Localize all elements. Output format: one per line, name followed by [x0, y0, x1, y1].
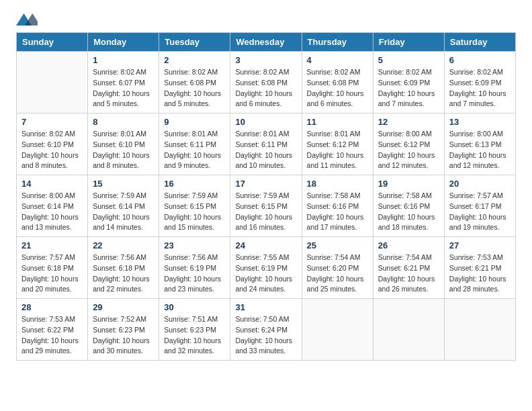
day-info: Sunrise: 7:56 AMSunset: 6:18 PMDaylight:… [93, 253, 154, 295]
day-info: Sunrise: 8:02 AMSunset: 6:08 PMDaylight:… [307, 67, 368, 109]
day-info: Sunrise: 8:02 AMSunset: 6:07 PMDaylight:… [93, 67, 154, 109]
day-number: 28 [21, 302, 83, 312]
calendar-day-cell: 21Sunrise: 7:57 AMSunset: 6:18 PMDayligh… [17, 237, 88, 299]
calendar-day-cell: 7Sunrise: 8:02 AMSunset: 6:10 PMDaylight… [17, 113, 88, 175]
calendar-day-cell: 6Sunrise: 8:02 AMSunset: 6:09 PMDaylight… [444, 52, 515, 113]
calendar-day-cell: 28Sunrise: 7:53 AMSunset: 6:22 PMDayligh… [17, 299, 88, 361]
day-number: 27 [449, 240, 511, 250]
day-number: 30 [164, 302, 225, 312]
calendar-day-cell: 13Sunrise: 8:00 AMSunset: 6:13 PMDayligh… [444, 113, 515, 175]
weekday-header-cell: Thursday [302, 33, 373, 52]
calendar-day-cell: 31Sunrise: 7:50 AMSunset: 6:24 PMDayligh… [230, 299, 302, 361]
day-info: Sunrise: 7:55 AMSunset: 6:19 PMDaylight:… [235, 253, 296, 295]
day-number: 6 [449, 55, 511, 65]
day-info: Sunrise: 8:00 AMSunset: 6:14 PMDaylight:… [21, 191, 83, 233]
day-number: 29 [93, 302, 154, 312]
calendar-table: SundayMondayTuesdayWednesdayThursdayFrid… [16, 32, 516, 361]
weekday-header-cell: Tuesday [159, 33, 230, 52]
day-info: Sunrise: 8:02 AMSunset: 6:09 PMDaylight:… [378, 67, 439, 109]
calendar-day-cell: 8Sunrise: 8:01 AMSunset: 6:10 PMDaylight… [88, 113, 159, 175]
calendar-day-cell: 25Sunrise: 7:54 AMSunset: 6:20 PMDayligh… [302, 237, 373, 299]
day-number: 20 [449, 179, 511, 189]
day-info: Sunrise: 7:58 AMSunset: 6:16 PMDaylight:… [378, 191, 439, 233]
day-info: Sunrise: 8:01 AMSunset: 6:11 PMDaylight:… [164, 129, 225, 171]
day-info: Sunrise: 8:00 AMSunset: 6:13 PMDaylight:… [449, 129, 511, 171]
header [16, 13, 516, 27]
calendar-week-row: 7Sunrise: 8:02 AMSunset: 6:10 PMDaylight… [17, 113, 516, 175]
day-number: 23 [164, 240, 225, 250]
calendar-week-row: 14Sunrise: 8:00 AMSunset: 6:14 PMDayligh… [17, 175, 516, 237]
day-number: 14 [21, 179, 83, 189]
day-number: 31 [235, 302, 296, 312]
day-info: Sunrise: 8:01 AMSunset: 6:11 PMDaylight:… [235, 129, 296, 171]
day-info: Sunrise: 7:58 AMSunset: 6:16 PMDaylight:… [307, 191, 368, 233]
calendar-day-cell [302, 299, 373, 361]
calendar-day-cell: 11Sunrise: 8:01 AMSunset: 6:12 PMDayligh… [302, 113, 373, 175]
day-info: Sunrise: 7:53 AMSunset: 6:22 PMDaylight:… [21, 314, 83, 357]
weekday-header-cell: Wednesday [230, 33, 302, 52]
calendar-day-cell: 24Sunrise: 7:55 AMSunset: 6:19 PMDayligh… [230, 237, 302, 299]
day-info: Sunrise: 7:57 AMSunset: 6:17 PMDaylight:… [449, 191, 511, 233]
day-number: 7 [21, 117, 83, 127]
calendar-day-cell: 19Sunrise: 7:58 AMSunset: 6:16 PMDayligh… [373, 175, 444, 237]
calendar-day-cell: 17Sunrise: 7:59 AMSunset: 6:15 PMDayligh… [230, 175, 302, 237]
day-number: 4 [307, 55, 368, 65]
calendar-day-cell: 23Sunrise: 7:56 AMSunset: 6:19 PMDayligh… [159, 237, 230, 299]
calendar-day-cell: 27Sunrise: 7:53 AMSunset: 6:21 PMDayligh… [444, 237, 515, 299]
day-info: Sunrise: 8:02 AMSunset: 6:08 PMDaylight:… [235, 67, 296, 109]
calendar-day-cell: 9Sunrise: 8:01 AMSunset: 6:11 PMDaylight… [159, 113, 230, 175]
day-number: 1 [93, 55, 154, 65]
day-number: 22 [93, 240, 154, 250]
day-info: Sunrise: 8:01 AMSunset: 6:10 PMDaylight:… [93, 129, 154, 171]
day-info: Sunrise: 7:53 AMSunset: 6:21 PMDaylight:… [449, 253, 511, 295]
day-number: 16 [164, 179, 225, 189]
calendar-day-cell: 1Sunrise: 8:02 AMSunset: 6:07 PMDaylight… [88, 52, 159, 113]
calendar-day-cell: 18Sunrise: 7:58 AMSunset: 6:16 PMDayligh… [302, 175, 373, 237]
day-info: Sunrise: 7:54 AMSunset: 6:20 PMDaylight:… [307, 253, 368, 295]
day-number: 12 [378, 117, 439, 127]
day-number: 13 [449, 117, 511, 127]
calendar-day-cell: 15Sunrise: 7:59 AMSunset: 6:14 PMDayligh… [88, 175, 159, 237]
calendar-day-cell: 20Sunrise: 7:57 AMSunset: 6:17 PMDayligh… [444, 175, 515, 237]
day-number: 18 [307, 179, 368, 189]
day-number: 2 [164, 55, 225, 65]
day-info: Sunrise: 7:51 AMSunset: 6:23 PMDaylight:… [164, 314, 225, 357]
day-number: 26 [378, 240, 439, 250]
day-info: Sunrise: 8:00 AMSunset: 6:12 PMDaylight:… [378, 129, 439, 171]
day-info: Sunrise: 8:01 AMSunset: 6:12 PMDaylight:… [307, 129, 368, 171]
calendar-day-cell: 10Sunrise: 8:01 AMSunset: 6:11 PMDayligh… [230, 113, 302, 175]
weekday-header-cell: Sunday [17, 33, 88, 52]
weekday-header-cell: Saturday [444, 33, 515, 52]
weekday-header-cell: Friday [373, 33, 444, 52]
day-info: Sunrise: 8:02 AMSunset: 6:08 PMDaylight:… [164, 67, 225, 109]
day-info: Sunrise: 7:59 AMSunset: 6:15 PMDaylight:… [164, 191, 225, 233]
day-info: Sunrise: 7:50 AMSunset: 6:24 PMDaylight:… [235, 314, 296, 357]
day-info: Sunrise: 8:02 AMSunset: 6:10 PMDaylight:… [21, 129, 83, 171]
day-number: 25 [307, 240, 368, 250]
calendar-week-row: 28Sunrise: 7:53 AMSunset: 6:22 PMDayligh… [17, 299, 516, 361]
day-info: Sunrise: 7:59 AMSunset: 6:14 PMDaylight:… [93, 191, 154, 233]
day-number: 11 [307, 117, 368, 127]
day-number: 8 [93, 117, 154, 127]
calendar-day-cell: 30Sunrise: 7:51 AMSunset: 6:23 PMDayligh… [159, 299, 230, 361]
calendar-day-cell: 5Sunrise: 8:02 AMSunset: 6:09 PMDaylight… [373, 52, 444, 113]
calendar-day-cell: 4Sunrise: 8:02 AMSunset: 6:08 PMDaylight… [302, 52, 373, 113]
day-info: Sunrise: 7:52 AMSunset: 6:23 PMDaylight:… [93, 314, 154, 357]
calendar-day-cell: 3Sunrise: 8:02 AMSunset: 6:08 PMDaylight… [230, 52, 302, 113]
day-number: 3 [235, 55, 296, 65]
calendar-day-cell: 22Sunrise: 7:56 AMSunset: 6:18 PMDayligh… [88, 237, 159, 299]
day-number: 17 [235, 179, 296, 189]
calendar-day-cell: 14Sunrise: 8:00 AMSunset: 6:14 PMDayligh… [17, 175, 88, 237]
calendar-day-cell: 16Sunrise: 7:59 AMSunset: 6:15 PMDayligh… [159, 175, 230, 237]
calendar-day-cell [17, 52, 88, 113]
calendar-week-row: 1Sunrise: 8:02 AMSunset: 6:07 PMDaylight… [17, 52, 516, 113]
day-number: 24 [235, 240, 296, 250]
day-number: 9 [164, 117, 225, 127]
day-info: Sunrise: 8:02 AMSunset: 6:09 PMDaylight:… [449, 67, 511, 109]
calendar-body: 1Sunrise: 8:02 AMSunset: 6:07 PMDaylight… [17, 52, 516, 361]
weekday-header-row: SundayMondayTuesdayWednesdayThursdayFrid… [17, 33, 516, 52]
day-info: Sunrise: 7:59 AMSunset: 6:15 PMDaylight:… [235, 191, 296, 233]
day-number: 5 [378, 55, 439, 65]
day-info: Sunrise: 7:54 AMSunset: 6:21 PMDaylight:… [378, 253, 439, 295]
calendar-day-cell: 2Sunrise: 8:02 AMSunset: 6:08 PMDaylight… [159, 52, 230, 113]
